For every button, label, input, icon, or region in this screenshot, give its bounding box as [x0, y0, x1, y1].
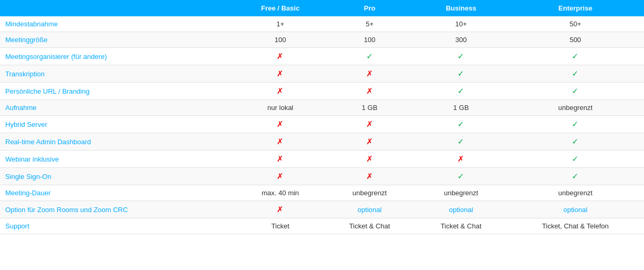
header-row: Free / Basic Pro Business Enterprise [0, 0, 644, 16]
optional-text: optional [563, 206, 588, 214]
feature-label: Mindestabnahme [0, 16, 237, 32]
table-cell: 5+ [324, 16, 415, 32]
table-cell: ✗ [324, 116, 415, 133]
cell-value: Ticket & Chat [349, 222, 391, 230]
cell-value: 100 [275, 36, 286, 44]
table-cell: ✓ [507, 151, 644, 168]
cross-icon: ✗ [277, 154, 284, 163]
table-cell: unbegrenzt [507, 185, 644, 201]
header-free-basic: Free / Basic [237, 0, 324, 16]
table-cell: ✗ [237, 83, 324, 100]
optional-text: optional [449, 206, 473, 214]
cell-value: 300 [455, 36, 467, 44]
table-cell: 10+ [415, 16, 506, 32]
feature-label: Single Sign-On [0, 168, 237, 185]
cell-value: max. 40 min [262, 189, 299, 197]
cell-value: 50+ [570, 20, 581, 28]
table-cell: 1 GB [415, 100, 506, 116]
cell-value: 10+ [455, 20, 467, 28]
table-cell: 300 [415, 32, 506, 48]
table-cell: ✓ [507, 168, 644, 185]
cross-icon: ✗ [277, 86, 284, 95]
table-cell: ✓ [415, 133, 506, 151]
cross-icon: ✗ [277, 52, 284, 61]
table-cell: ✗ [237, 116, 324, 133]
table-cell: ✗ [415, 151, 506, 168]
table-cell: ✗ [237, 133, 324, 151]
cell-value: 500 [570, 36, 581, 44]
table-cell: ✓ [415, 83, 506, 100]
table-row: Single Sign-On ✗ ✗ ✓ ✓ [0, 168, 644, 185]
table-cell: ✓ [415, 116, 506, 133]
table-body: Mindestabnahme 1+ 5+ 10+ 50+ Meetinggröß… [0, 16, 644, 234]
table-cell: unbegrenzt [415, 185, 506, 201]
cross-icon: ✗ [277, 69, 284, 78]
cell-value: 1 GB [362, 104, 378, 112]
table-cell: ✗ [237, 65, 324, 83]
table-cell: ✗ [324, 168, 415, 185]
cell-value: 5+ [366, 20, 374, 28]
cell-value: unbegrenzt [558, 104, 592, 112]
table-cell: ✓ [507, 48, 644, 65]
table-cell: ✓ [507, 83, 644, 100]
cross-icon: ✗ [366, 119, 373, 128]
feature-label: Support [0, 218, 237, 234]
cross-icon: ✗ [277, 205, 284, 214]
table-cell: ✓ [415, 65, 506, 83]
feature-label: Real-time Admin Dashboard [0, 133, 237, 151]
table-cell: ✗ [324, 133, 415, 151]
table-cell: ✓ [507, 133, 644, 151]
table-row: Aufnahme nur lokal 1 GB 1 GB unbegrenzt [0, 100, 644, 116]
cell-value: unbegrenzt [444, 189, 478, 197]
table-row: Meeting-Dauer max. 40 min unbegrenzt unb… [0, 185, 644, 201]
feature-label: Webinar inklusive [0, 151, 237, 168]
check-icon: ✓ [572, 137, 579, 146]
table-cell: optional [415, 201, 506, 218]
table-cell: 50+ [507, 16, 644, 32]
cell-value: unbegrenzt [558, 189, 592, 197]
table-cell: 100 [324, 32, 415, 48]
table-cell: Ticket [237, 218, 324, 234]
feature-label: Aufnahme [0, 100, 237, 116]
feature-label: Transkription [0, 65, 237, 83]
header-feature [0, 0, 237, 16]
feature-label: Meetingsorganisierer (für andere) [0, 48, 237, 65]
table-cell: Ticket & Chat [324, 218, 415, 234]
table-row: Real-time Admin Dashboard ✗ ✗ ✓ ✓ [0, 133, 644, 151]
cross-icon: ✗ [366, 172, 373, 181]
table-cell: ✗ [237, 48, 324, 65]
cell-value: 1 GB [453, 104, 469, 112]
header-enterprise: Enterprise [507, 0, 644, 16]
table-cell: 100 [237, 32, 324, 48]
table-cell: max. 40 min [237, 185, 324, 201]
header-pro: Pro [324, 0, 415, 16]
cell-value: Ticket & Chat [441, 222, 482, 230]
check-icon: ✓ [572, 69, 579, 78]
table-cell: Ticket & Chat [415, 218, 506, 234]
cross-icon: ✗ [277, 172, 284, 181]
check-icon: ✓ [572, 86, 579, 95]
table-cell: ✓ [507, 65, 644, 83]
cross-icon: ✗ [366, 137, 373, 146]
table-cell: ✓ [415, 48, 506, 65]
table-row: Meetinggröße 100 100 300 500 [0, 32, 644, 48]
check-icon: ✓ [572, 119, 579, 128]
table-cell: ✓ [415, 168, 506, 185]
cross-icon: ✗ [277, 119, 284, 128]
table-cell: ✗ [237, 168, 324, 185]
table-cell: optional [507, 201, 644, 218]
check-icon: ✓ [457, 137, 464, 146]
check-icon: ✓ [457, 52, 464, 61]
cell-value: 100 [364, 36, 376, 44]
table-row: Persönliche URL / Branding ✗ ✗ ✓ ✓ [0, 83, 644, 100]
feature-label: Option für Zoom Rooms und Zoom CRC [0, 201, 237, 218]
feature-label: Meetinggröße [0, 32, 237, 48]
cross-icon: ✗ [366, 154, 373, 163]
table-cell: Ticket, Chat & Telefon [507, 218, 644, 234]
cell-value: nur lokal [267, 104, 293, 112]
table-cell: unbegrenzt [324, 185, 415, 201]
check-icon: ✓ [366, 52, 373, 61]
table-cell: ✗ [324, 151, 415, 168]
table-cell: ✗ [324, 83, 415, 100]
cell-value: unbegrenzt [353, 189, 387, 197]
